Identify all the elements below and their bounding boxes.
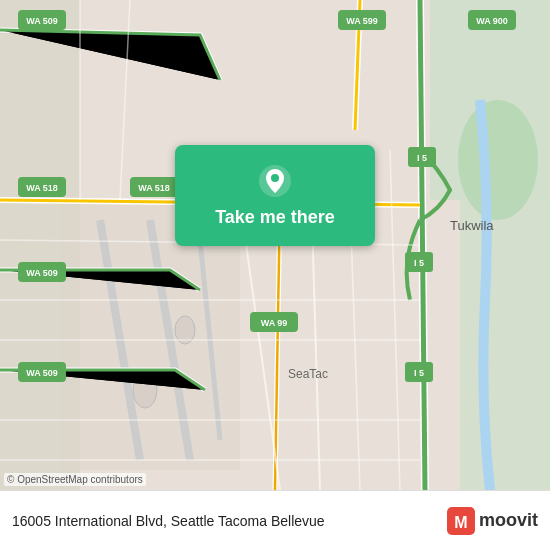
location-pin-icon [257, 163, 293, 199]
svg-text:WA 509: WA 509 [26, 16, 58, 26]
svg-text:Tukwila: Tukwila [450, 218, 494, 233]
svg-text:WA 900: WA 900 [476, 16, 508, 26]
moovit-logo: M moovit [447, 507, 538, 535]
take-me-there-button[interactable]: Take me there [175, 145, 375, 246]
location-label: 16005 International Blvd, Seattle Tacoma… [12, 513, 447, 529]
svg-text:WA 509: WA 509 [26, 268, 58, 278]
svg-text:I 5: I 5 [414, 258, 424, 268]
svg-point-47 [271, 174, 279, 182]
svg-point-3 [458, 100, 538, 220]
svg-text:WA 518: WA 518 [138, 183, 170, 193]
moovit-text: moovit [479, 510, 538, 531]
svg-text:WA 509: WA 509 [26, 368, 58, 378]
svg-text:WA 99: WA 99 [261, 318, 288, 328]
svg-text:WA 518: WA 518 [26, 183, 58, 193]
svg-text:I 5: I 5 [417, 153, 427, 163]
map-view: Tukwila WA 509 WA 599 WA 900 WA 518 WA 5… [0, 0, 550, 490]
map-copyright: © OpenStreetMap contributors [4, 473, 146, 486]
svg-text:WA 599: WA 599 [346, 16, 378, 26]
svg-text:SeaTac: SeaTac [288, 367, 328, 381]
bottom-bar: 16005 International Blvd, Seattle Tacoma… [0, 490, 550, 550]
take-me-there-label: Take me there [215, 207, 335, 228]
svg-text:I 5: I 5 [414, 368, 424, 378]
svg-rect-2 [460, 200, 550, 490]
svg-text:M: M [454, 514, 467, 531]
moovit-icon: M [447, 507, 475, 535]
